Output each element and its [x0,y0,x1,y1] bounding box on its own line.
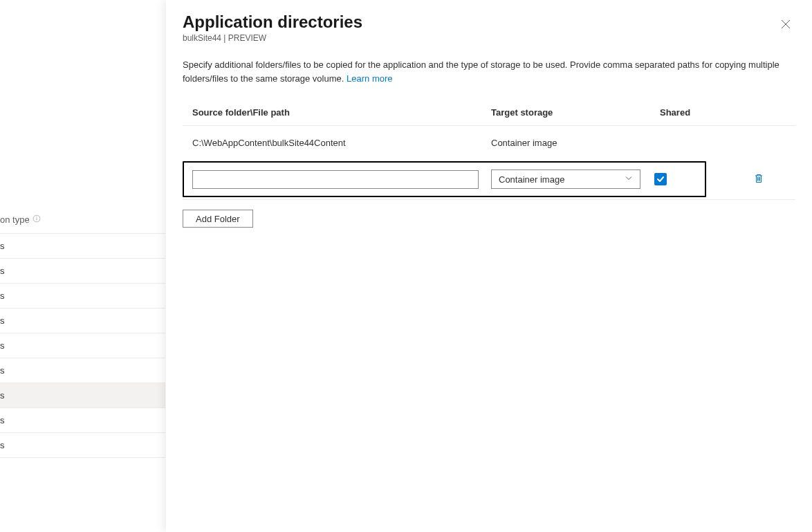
sidebar-item[interactable]: s [0,358,165,383]
sidebar-item-label: s [0,415,5,425]
sidebar-item[interactable]: s [0,433,165,458]
sidebar-item-label: s [0,241,5,251]
table-row: C:\WebAppContent\bulkSite44Content Conta… [183,126,795,159]
application-directories-panel: Application directories bulkSite44 | PRE… [166,0,812,532]
sidebar-item-label: s [0,390,5,401]
select-value: Container image [499,174,564,185]
table-edit-row: Container image [183,159,795,199]
source-path-input[interactable] [192,170,479,189]
sidebar-item[interactable]: s [0,309,165,333]
delete-row-button[interactable] [748,168,770,190]
cell-target: Container image [491,138,660,148]
panel-subtitle: bulkSite44 | PREVIEW [183,33,795,43]
sidebar-item[interactable]: s [0,234,165,259]
sidebar-section-label: on type [0,214,165,233]
header-source: Source folder\File path [192,107,491,118]
sidebar-fragment: on type s s s s s s s s s [0,0,166,532]
sidebar-item-label: s [0,266,5,276]
panel-title: Application directories [183,12,795,32]
add-folder-button[interactable]: Add Folder [183,210,253,228]
sidebar-item[interactable]: s [0,408,165,433]
info-icon [33,214,41,225]
header-target: Target storage [491,107,660,118]
learn-more-link[interactable]: Learn more [347,73,392,84]
sidebar-list: s s s s s s s s s [0,233,165,458]
sidebar-section-text: on type [0,214,30,225]
trash-icon [753,173,764,186]
header-shared: Shared [660,107,715,118]
panel-header: Application directories bulkSite44 | PRE… [183,12,795,43]
sidebar-item-label: s [0,291,5,301]
edit-row-outline: Container image [183,161,706,197]
sidebar-item-label: s [0,440,5,450]
table-header-row: Source folder\File path Target storage S… [183,100,795,126]
sidebar-item[interactable]: s [0,383,165,408]
shared-checkbox[interactable] [654,173,667,185]
sidebar-item-label: s [0,365,5,376]
close-button[interactable] [776,15,795,35]
sidebar-item-label: s [0,340,5,351]
sidebar-item[interactable]: s [0,259,165,284]
close-icon [781,19,791,31]
svg-point-1 [36,217,37,217]
svg-rect-2 [36,218,37,220]
sidebar-item[interactable]: s [0,284,165,309]
sidebar-item[interactable]: s [0,333,165,358]
description-text: Specify additional folders/files to be c… [183,59,779,84]
directories-table: Source folder\File path Target storage S… [183,100,795,200]
chevron-down-icon [625,174,633,185]
sidebar-item-label: s [0,315,5,326]
target-storage-select[interactable]: Container image [491,169,640,189]
cell-source: C:\WebAppContent\bulkSite44Content [192,138,491,148]
panel-description: Specify additional folders/files to be c… [183,58,784,86]
